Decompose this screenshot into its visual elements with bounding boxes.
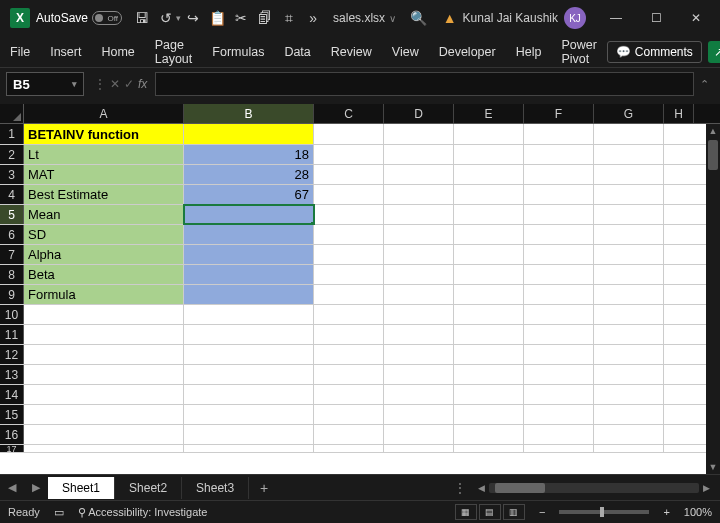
cell-A5[interactable]: Mean bbox=[24, 205, 184, 224]
row-header[interactable]: 3 bbox=[0, 165, 24, 184]
cell-A4[interactable]: Best Estimate bbox=[24, 185, 184, 204]
cell-A1[interactable]: BETAINV function bbox=[24, 124, 184, 144]
cell-B1[interactable] bbox=[184, 124, 314, 144]
tab-view[interactable]: View bbox=[382, 39, 429, 65]
tab-page-layout[interactable]: Page Layout bbox=[145, 32, 203, 72]
clipboard-icon[interactable]: 🗐 bbox=[255, 8, 275, 28]
cell-A9[interactable]: Formula bbox=[24, 285, 184, 304]
scroll-left-icon[interactable]: ◀ bbox=[474, 483, 489, 493]
chevron-down-icon[interactable]: ∨ bbox=[389, 13, 396, 24]
cell-B2[interactable]: 18 bbox=[184, 145, 314, 164]
chevron-down-icon[interactable]: ▾ bbox=[176, 13, 181, 23]
add-sheet-button[interactable]: + bbox=[249, 480, 279, 496]
user-name[interactable]: Kunal Jai Kaushik bbox=[463, 11, 558, 25]
expand-formula-icon[interactable]: ⌃ bbox=[694, 78, 714, 91]
select-all-corner[interactable] bbox=[0, 104, 24, 123]
row-header[interactable]: 4 bbox=[0, 185, 24, 204]
column-header-H[interactable]: H bbox=[664, 104, 694, 123]
cell-B6[interactable] bbox=[184, 225, 314, 244]
tab-options-icon[interactable]: ⋮ bbox=[454, 481, 466, 495]
scroll-thumb[interactable] bbox=[495, 483, 545, 493]
next-sheet-icon[interactable]: ▶ bbox=[24, 481, 48, 494]
row-header[interactable]: 5 bbox=[0, 205, 24, 224]
column-header-A[interactable]: A bbox=[24, 104, 184, 123]
zoom-in-button[interactable]: + bbox=[663, 506, 669, 518]
zoom-slider[interactable] bbox=[559, 510, 649, 514]
row-header[interactable]: 9 bbox=[0, 285, 24, 304]
comments-button[interactable]: 💬 Comments bbox=[607, 41, 702, 63]
share-button[interactable]: ↗ ▾ bbox=[708, 41, 720, 63]
cell-B4[interactable]: 67 bbox=[184, 185, 314, 204]
prev-sheet-icon[interactable]: ◀ bbox=[0, 481, 24, 494]
tab-insert[interactable]: Insert bbox=[40, 39, 91, 65]
column-header-C[interactable]: C bbox=[314, 104, 384, 123]
tab-review[interactable]: Review bbox=[321, 39, 382, 65]
cell-A7[interactable]: Alpha bbox=[24, 245, 184, 264]
column-header-F[interactable]: F bbox=[524, 104, 594, 123]
scroll-thumb[interactable] bbox=[708, 140, 718, 170]
autosave-toggle[interactable]: AutoSave Off bbox=[36, 11, 122, 25]
tab-power-pivot[interactable]: Power Pivot bbox=[551, 32, 606, 72]
scroll-up-icon[interactable]: ▲ bbox=[709, 124, 718, 138]
scroll-right-icon[interactable]: ▶ bbox=[699, 483, 714, 493]
scroll-down-icon[interactable]: ▼ bbox=[709, 460, 718, 474]
accessibility-status[interactable]: ⚲ Accessibility: Investigate bbox=[78, 506, 208, 519]
tab-file[interactable]: File bbox=[0, 39, 40, 65]
column-header-D[interactable]: D bbox=[384, 104, 454, 123]
row-header[interactable]: 7 bbox=[0, 245, 24, 264]
touch-icon[interactable]: ⌗ bbox=[279, 8, 299, 28]
save-icon[interactable]: 🖫 bbox=[132, 8, 152, 28]
sheet-tab-3[interactable]: Sheet3 bbox=[182, 477, 249, 499]
redo-icon[interactable]: ↪ bbox=[183, 8, 203, 28]
tab-developer[interactable]: Developer bbox=[429, 39, 506, 65]
sheet-tab-2[interactable]: Sheet2 bbox=[115, 477, 182, 499]
cell[interactable] bbox=[454, 124, 524, 144]
cell-A3[interactable]: MAT bbox=[24, 165, 184, 184]
row-header[interactable]: 6 bbox=[0, 225, 24, 244]
fx-icon[interactable]: fx bbox=[138, 77, 147, 91]
tab-home[interactable]: Home bbox=[91, 39, 144, 65]
close-button[interactable]: ✕ bbox=[676, 3, 716, 33]
column-header-E[interactable]: E bbox=[454, 104, 524, 123]
page-layout-view-icon[interactable]: ▤ bbox=[479, 504, 501, 520]
row-header[interactable]: 8 bbox=[0, 265, 24, 284]
cut-icon[interactable]: ✂ bbox=[231, 8, 251, 28]
minimize-button[interactable]: — bbox=[596, 3, 636, 33]
cell-A8[interactable]: Beta bbox=[24, 265, 184, 284]
column-header-G[interactable]: G bbox=[594, 104, 664, 123]
more-qat-icon[interactable]: » bbox=[303, 8, 323, 28]
filename[interactable]: sales.xlsx ∨ bbox=[333, 11, 396, 25]
horizontal-scrollbar[interactable]: ◀ ▶ bbox=[474, 481, 714, 495]
zoom-out-button[interactable]: − bbox=[539, 506, 545, 518]
row-header[interactable]: 1 bbox=[0, 124, 24, 144]
cell-A2[interactable]: Lt bbox=[24, 145, 184, 164]
cell[interactable] bbox=[594, 124, 664, 144]
page-break-view-icon[interactable]: ▥ bbox=[503, 504, 525, 520]
macro-record-icon[interactable]: ▭ bbox=[54, 506, 64, 519]
maximize-button[interactable]: ☐ bbox=[636, 3, 676, 33]
chevron-down-icon[interactable]: ▾ bbox=[72, 79, 77, 89]
tab-formulas[interactable]: Formulas bbox=[202, 39, 274, 65]
zoom-level[interactable]: 100% bbox=[684, 506, 712, 518]
cell-B8[interactable] bbox=[184, 265, 314, 284]
sheet-tab-1[interactable]: Sheet1 bbox=[48, 477, 115, 499]
cell[interactable] bbox=[524, 124, 594, 144]
paste-icon[interactable]: 📋 bbox=[207, 8, 227, 28]
cell[interactable] bbox=[664, 124, 694, 144]
toggle-off-icon[interactable]: Off bbox=[92, 11, 122, 25]
cell[interactable] bbox=[314, 124, 384, 144]
tab-data[interactable]: Data bbox=[274, 39, 320, 65]
cell[interactable] bbox=[384, 124, 454, 144]
name-box[interactable]: B5 ▾ bbox=[6, 72, 84, 96]
cell-B3[interactable]: 28 bbox=[184, 165, 314, 184]
cell-B5[interactable] bbox=[184, 205, 314, 224]
cell-B9[interactable] bbox=[184, 285, 314, 304]
formula-bar[interactable] bbox=[155, 72, 694, 96]
vertical-scrollbar[interactable]: ▲ ▼ bbox=[706, 124, 720, 474]
avatar[interactable]: KJ bbox=[564, 7, 586, 29]
undo-icon[interactable]: ↺ bbox=[156, 8, 176, 28]
row-header[interactable]: 2 bbox=[0, 145, 24, 164]
accept-formula-icon[interactable]: ✓ bbox=[124, 77, 134, 91]
cancel-formula-icon[interactable]: ✕ bbox=[110, 77, 120, 91]
cell-B7[interactable] bbox=[184, 245, 314, 264]
